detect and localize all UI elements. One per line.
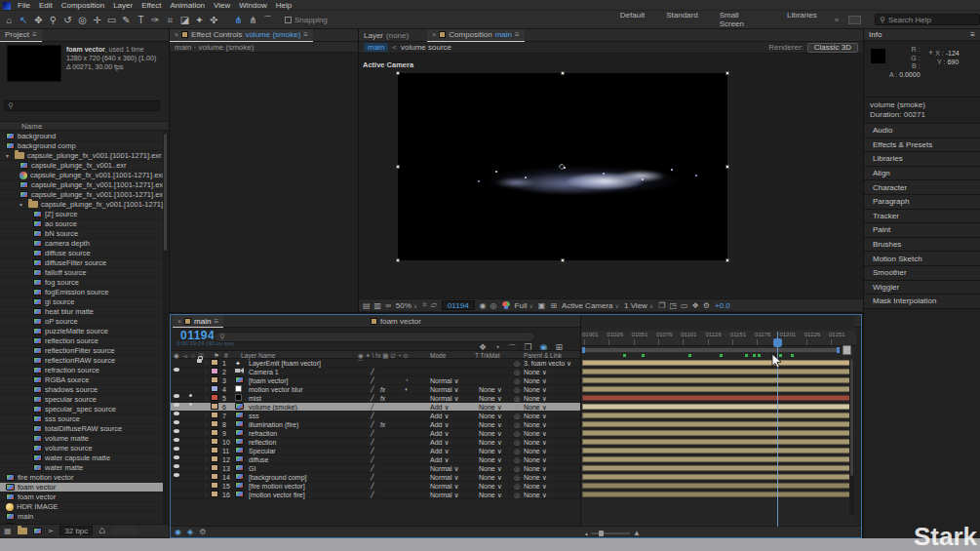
always-preview-icon[interactable]: ▤ [363,301,371,310]
project-item-rgba-source[interactable]: RGBA source [0,375,163,385]
label-color-swatch[interactable] [211,394,218,401]
tab-project[interactable]: Project ≡ [0,29,42,42]
tab-layer-viewer[interactable]: Layer (none) [359,29,413,42]
trkmat-dropdown[interactable]: None ∨ [479,447,502,455]
blend-mode-dropdown[interactable]: Add ∨ [430,420,450,429]
project-item-diffusefilter-source[interactable]: diffuseFilter source [0,258,163,268]
eye-icon[interactable] [174,473,179,477]
puppet-pin-tool[interactable]: ✜ [207,12,221,28]
title-action-safe-icon[interactable]: ▱ [431,300,437,310]
label-color-swatch[interactable] [211,473,218,480]
quality-icon[interactable]: ╱ [371,438,374,447]
blend-mode-dropdown[interactable]: Add ∨ [430,438,450,447]
timeline-search-input[interactable]: ⚲ [214,332,535,342]
mode-column-header[interactable]: Mode [430,352,446,359]
show-snapshot-icon[interactable]: ◎ [490,301,497,310]
panel-menu-icon[interactable]: ≡ [214,317,218,326]
region-of-interest-icon[interactable]: ⌗ [422,300,427,310]
pixel-aspect-icon[interactable]: ❐ [658,301,665,310]
parent-pickwhip-icon[interactable]: ◎ [514,394,520,403]
solo-icon[interactable] [189,394,192,397]
zoom-tool[interactable]: ⚲ [46,12,60,28]
twirl-arrow-icon[interactable]: 〉 [205,491,210,499]
trkmat-dropdown[interactable]: None ∨ [479,464,502,473]
layer-handle[interactable] [725,71,729,75]
work-area-bar[interactable] [581,347,841,353]
layer-row-mist[interactable]: 〉5mist╱fxNormal ∨None ∨◎None ∨ [171,394,580,403]
layer-name[interactable]: LayerEmit [foam vector] [249,359,321,368]
layer-row-diffuse[interactable]: 〉12diffuse╱Add ∨None ∨◎None ∨ [171,455,580,464]
project-item-specular-spec-source[interactable]: specular_spec source [0,405,163,414]
quality-icon[interactable]: ╱ [371,420,374,429]
eye-icon[interactable] [174,438,179,442]
project-item-ao-source[interactable]: ao source [0,219,163,229]
layer-row-fire-motion-vector[interactable]: 〉15[fire motion vector]╱Normal ∨None ∨◎N… [171,482,580,491]
quality-icon[interactable]: ╱ [371,491,374,499]
twirl-arrow-icon[interactable]: 〉 [205,376,210,385]
lock-icon[interactable] [197,359,202,363]
project-item-background[interactable]: background [0,132,163,141]
parent-pickwhip-icon[interactable]: ◎ [514,455,520,464]
project-item-falloff-source[interactable]: falloff source [0,268,163,278]
layer-row-foam-vector[interactable]: 〉3[foam vector]╱◔Normal ∨◎None ∨ [171,376,580,385]
layer-duration-bar[interactable] [582,492,854,497]
panel-menu-icon[interactable]: ≡ [303,30,308,39]
project-item-reflectionraw-source[interactable]: reflectionRAW source [0,356,163,366]
expand-transfer-controls-icon[interactable]: ◉ [175,528,181,536]
panel-tab-effects-presets[interactable]: Effects & Presets [864,138,980,153]
eye-icon[interactable] [174,368,179,372]
layer-duration-bar[interactable] [582,465,854,471]
tab-timeline-foam-vector[interactable]: foam vector [366,315,426,328]
layer-name[interactable]: reflection [249,438,276,447]
home-tool[interactable]: ⌂ [2,12,17,28]
parent-dropdown[interactable]: None ∨ [524,429,547,438]
parent-pickwhip-icon[interactable]: ◎ [514,385,520,394]
layer-handle[interactable] [725,258,729,262]
twirl-arrow-icon[interactable]: 〉 [205,359,210,368]
zoom-out-mountain-icon[interactable]: ▴ [585,530,588,536]
quality-icon[interactable]: ╱ [371,368,374,376]
layer-duration-bar[interactable] [582,421,854,427]
grid-guides-icon[interactable]: ⊞ [550,301,557,310]
layer-duration-bar[interactable] [582,448,854,453]
twirl-arrow-icon[interactable]: 〉 [205,403,210,412]
eye-icon[interactable] [174,403,179,407]
blend-mode-dropdown[interactable]: Normal ∨ [430,491,459,499]
project-scrollbar[interactable] [163,132,168,528]
project-name-column-header[interactable]: Name [0,121,169,131]
eye-icon[interactable] [174,429,179,433]
project-item-refraction-source[interactable]: refraction source [0,366,163,375]
parent-pickwhip-icon[interactable]: ◎ [514,447,520,455]
tab-effect-controls[interactable]: × Effect Controls volume (smoke) ≡ [170,29,313,42]
menu-layer[interactable]: Layer [113,1,133,10]
eye-icon[interactable] [174,464,179,468]
eye-icon[interactable] [174,447,179,451]
parent-pickwhip-icon[interactable]: ◎ [514,368,520,376]
zoom-in-mountain-icon[interactable]: ▲ [633,529,641,537]
panel-menu-icon[interactable]: ≡ [970,30,975,39]
quality-icon[interactable]: ╱ [371,464,374,473]
comp-marker[interactable] [688,354,691,357]
shape-tool[interactable]: ▭ [104,12,119,28]
flowchart-icon[interactable]: ❖ [692,301,699,310]
parent-dropdown[interactable]: None ∨ [524,464,547,473]
comp-marker[interactable] [720,354,723,357]
project-search-input[interactable]: ⚲ [4,100,160,111]
blend-mode-dropdown[interactable]: Normal ∨ [430,482,459,491]
panel-tab-wiggler[interactable]: Wiggler [864,281,980,295]
parent-dropdown[interactable]: None ∨ [524,420,547,429]
label-color-swatch[interactable] [211,376,218,383]
project-item-fogemission-source[interactable]: fogEmission source [0,288,163,297]
label-color-swatch[interactable] [211,403,218,410]
project-item-capsule-plunge-fx-v001-exr[interactable]: capsule_plunge_fx_v001..exr [0,161,163,171]
breadcrumb-comp-chip[interactable]: main [364,43,388,52]
delete-item-icon[interactable]: ♺ [98,527,105,535]
parent-pickwhip-icon[interactable]: ◎ [514,438,520,447]
blend-mode-dropdown[interactable]: Normal ∨ [430,385,459,394]
layer-name-column-header[interactable]: Layer Name [241,352,275,359]
project-item-water-capsule-matte[interactable]: water capsule matte [0,453,163,463]
project-item-specular-source[interactable]: specular source [0,395,163,405]
panel-menu-icon[interactable]: ≡ [32,30,37,39]
parent-pickwhip-icon[interactable]: ◎ [514,412,520,420]
layer-duration-bar[interactable] [582,474,854,480]
